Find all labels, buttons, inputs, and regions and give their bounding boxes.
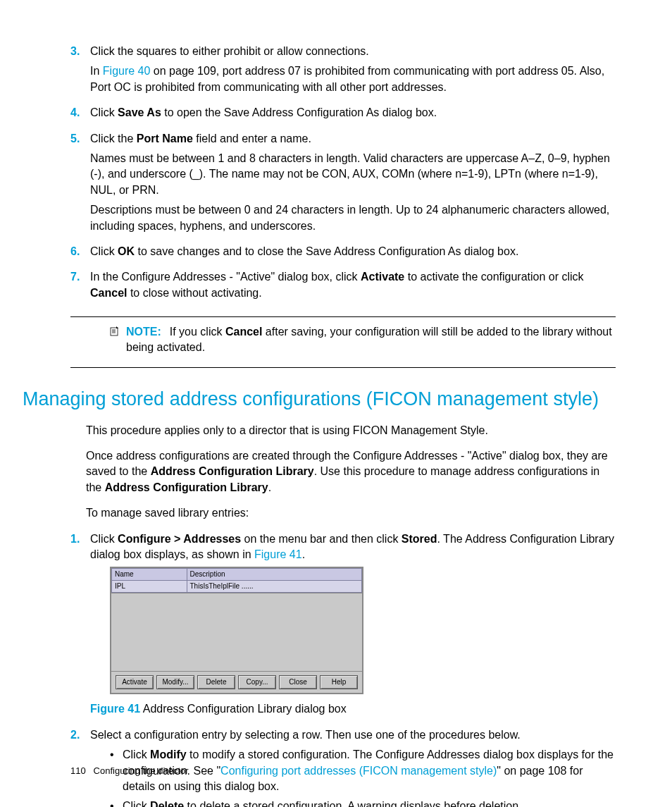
paragraph: This procedure applies only to a directo… <box>86 423 616 438</box>
figure-link[interactable]: Figure 41 <box>254 548 302 560</box>
ui-label: Port Name <box>137 133 193 144</box>
cross-ref-link[interactable]: Configuring port addresses (FICON manage… <box>220 765 497 777</box>
cell-description: ThisIsTheIplFile ...... <box>187 581 362 593</box>
ui-label: Modify <box>150 749 187 760</box>
ui-label: Delete <box>150 800 184 807</box>
ui-label: Cancel <box>225 326 262 338</box>
help-button[interactable]: Help <box>320 675 358 689</box>
ui-label: Address Configuration Library <box>151 465 314 477</box>
note-text: NOTE:If you click Cancel after saving, y… <box>126 324 616 356</box>
step-text: Descriptions must be between 0 and 24 ch… <box>90 202 616 234</box>
note-label: NOTE: <box>126 326 161 338</box>
step-number: 1. <box>70 531 90 722</box>
section-heading: Managing stored address configurations (… <box>23 386 616 413</box>
step-text: Click OK to save changes and to close th… <box>90 244 616 259</box>
dialog-screenshot: Name Description IPL ThisIsTheIplFile ..… <box>110 567 363 694</box>
chapter-title: Configuring the director <box>94 765 189 776</box>
modify-button[interactable]: Modify... <box>156 675 194 689</box>
dialog-empty-area <box>111 593 362 671</box>
step-text: Click the squares to either prohibit or … <box>90 44 616 59</box>
step-5: 5. Click the Port Name field and enter a… <box>70 131 616 238</box>
step-text: In Figure 40 on page 109, port address 0… <box>90 63 616 95</box>
figure-label: Figure 41 <box>90 703 140 715</box>
note-icon <box>109 326 120 337</box>
step-text: Click Configure > Addresses on the menu … <box>90 531 616 563</box>
ui-label: Activate <box>361 271 404 283</box>
divider <box>70 367 616 368</box>
close-button[interactable]: Close <box>279 675 317 689</box>
step-text: Click Save As to open the Save Address C… <box>90 105 616 121</box>
step-text: Click the Port Name field and enter a na… <box>90 131 616 147</box>
page-number: 110 <box>70 765 86 776</box>
activate-button[interactable]: Activate <box>116 675 154 689</box>
step-number: 3. <box>70 44 90 99</box>
divider <box>70 316 616 317</box>
ui-label: Stored <box>402 533 437 545</box>
copy-button[interactable]: Copy... <box>238 675 276 689</box>
step-number: 5. <box>70 131 90 238</box>
ui-label: Save As <box>118 106 161 118</box>
ui-label: Cancel <box>90 287 127 299</box>
step-3: 3. Click the squares to either prohibit … <box>70 44 616 99</box>
figure-link[interactable]: Figure 40 <box>103 65 151 77</box>
step-text: Select a configuration entry by selectin… <box>90 727 616 743</box>
step-number: 7. <box>70 269 90 305</box>
paragraph: To manage saved library entries: <box>86 505 616 521</box>
note-block: NOTE:If you click Cancel after saving, y… <box>70 324 616 356</box>
step-b1: 1. Click Configure > Addresses on the me… <box>70 531 616 722</box>
ui-label: OK <box>118 245 135 257</box>
svg-rect-0 <box>111 328 118 335</box>
step-text: Names must be between 1 and 8 characters… <box>90 151 616 198</box>
cell-name: IPL <box>112 581 187 593</box>
step-4: 4. Click Save As to open the Save Addres… <box>70 105 616 125</box>
ordered-steps-top: 3. Click the squares to either prohibit … <box>70 44 616 305</box>
bullet-text: Click Modify to modify a stored configur… <box>123 747 616 794</box>
step-text: In the Configure Addresses - "Active" di… <box>90 269 616 301</box>
bullet-icon: • <box>110 799 123 807</box>
delete-button[interactable]: Delete <box>197 675 235 689</box>
ui-label: Configure > Addresses <box>118 533 241 545</box>
column-header-description: Description <box>187 569 362 581</box>
dialog-button-row: Activate Modify... Delete Copy... Close … <box>111 671 362 693</box>
column-header-name: Name <box>112 569 187 581</box>
ui-label: Address Configuration Library <box>105 481 268 493</box>
dialog-table: Name Description IPL ThisIsTheIplFile ..… <box>111 568 362 593</box>
step-6: 6. Click OK to save changes and to close… <box>70 244 616 264</box>
figure-caption: Figure 41 Address Configuration Library … <box>90 701 616 717</box>
bullet-text: Click Delete to delete a stored configur… <box>123 799 522 807</box>
step-7: 7. In the Configure Addresses - "Active"… <box>70 269 616 305</box>
page-footer: 110 Configuring the director <box>70 765 189 777</box>
bullet-item: • Click Delete to delete a stored config… <box>110 799 616 807</box>
step-number: 6. <box>70 244 90 264</box>
step-number: 4. <box>70 105 90 125</box>
paragraph: Once address configurations are created … <box>86 448 616 495</box>
